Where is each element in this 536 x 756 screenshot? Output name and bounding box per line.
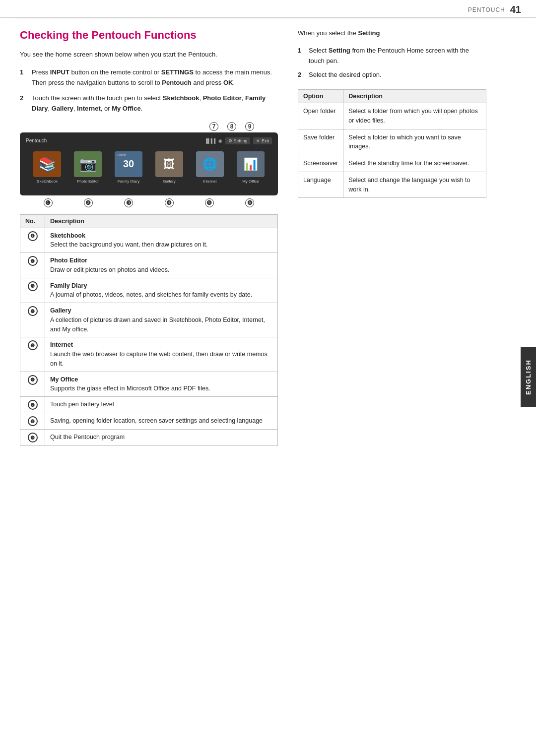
- callout-5: ❺: [205, 198, 214, 207]
- familydiary-label: Family Diary: [118, 179, 139, 184]
- setting-row-screensaver: Screensaver Select the standby time for …: [298, 155, 486, 172]
- setting-btn[interactable]: ⚙ Setting: [225, 137, 251, 144]
- battery-indicator: ▐▌▌▌ ◉: [204, 138, 222, 143]
- callout-1: ❶: [44, 198, 53, 207]
- right-intro: When you select the Setting: [298, 28, 486, 39]
- main-content: Checking the Pentouch Functions You see …: [0, 18, 536, 456]
- section-label: PENTOUCH: [468, 6, 505, 13]
- setting-row-openfolder: Open folder Select a folder from which y…: [298, 103, 486, 129]
- callout-3: ❸: [124, 198, 133, 207]
- photoeditor-icon-box: 📷: [74, 151, 102, 177]
- setting-step-2-text: Select the desired option.: [309, 70, 382, 80]
- screen-icon-sketchbook: 📚 Sketchbook: [33, 151, 61, 184]
- table-row: ❶ SketchbookSelect the background you wa…: [20, 228, 278, 253]
- row-num: ❸: [20, 278, 45, 303]
- row-num: ❷: [20, 253, 45, 278]
- left-steps-list: 1 Press INPUT button on the remote contr…: [20, 67, 278, 114]
- row-desc: Photo EditorDraw or edit pictures on pho…: [45, 253, 278, 278]
- table-row: ❷ Photo EditorDraw or edit pictures on p…: [20, 253, 278, 278]
- step-2: 2 Touch the screen with the touch pen to…: [20, 93, 278, 114]
- myoffice-icon-box: 📊: [237, 151, 265, 177]
- table-row: ❸ Family DiaryA journal of photos, video…: [20, 278, 278, 303]
- circle-6: ❻: [28, 375, 38, 385]
- calendar-day: 30: [123, 158, 134, 170]
- internet-label: Internet: [203, 179, 216, 184]
- setting-table: Option Description Open folder Select a …: [298, 89, 486, 198]
- photoeditor-label: Photo Editor: [77, 179, 99, 184]
- callout-2: ❷: [84, 198, 93, 207]
- internet-icon-box: 🌐: [196, 151, 224, 177]
- row-desc: Saving, opening folder location, screen …: [45, 413, 278, 430]
- sketchbook-icon-box: 📚: [33, 151, 61, 177]
- row-desc: InternetLaunch the web browser to captur…: [45, 337, 278, 372]
- circle-2: ❷: [28, 256, 38, 266]
- screen-controls: ▐▌▌▌ ◉ ⚙ Setting ✕ Exit: [204, 137, 272, 144]
- setting-col-desc: Description: [343, 90, 486, 103]
- screen-pentouch-label: Pentouch: [26, 138, 47, 143]
- table-row: ❻ My OfficeSupports the glass effect in …: [20, 372, 278, 397]
- setting-step-2: 2 Select the desired option.: [298, 70, 486, 80]
- circle-7: ❼: [28, 400, 38, 410]
- circle-9: ❾: [28, 433, 38, 442]
- setting-col-option: Option: [298, 90, 343, 103]
- row-desc: Family DiaryA journal of photos, videos,…: [45, 278, 278, 303]
- table-row: ❽ Saving, opening folder location, scree…: [20, 413, 278, 430]
- setting-row-language: Language Select and change the language …: [298, 172, 486, 198]
- callouts-top: 7 8 9: [20, 122, 278, 131]
- col-no: No.: [20, 214, 45, 228]
- screen-icon-photoeditor: 📷 Photo Editor: [74, 151, 102, 184]
- exit-btn[interactable]: ✕ Exit: [253, 137, 272, 144]
- table-row: ❺ InternetLaunch the web browser to capt…: [20, 337, 278, 372]
- setting-step-1: 1 Select Setting from the Pentouch Home …: [298, 46, 486, 66]
- callouts-bottom: ❶ ❷ ❸ ❹ ❺ ❻: [20, 198, 278, 207]
- row-desc: SketchbookSelect the background you want…: [45, 228, 278, 253]
- gallery-label: Gallery: [163, 179, 175, 184]
- screen-icon-familydiary: Calen. 30 Family Diary: [115, 151, 142, 184]
- step-1-num: 1: [20, 67, 27, 88]
- desc-openfolder: Select a folder from which you will open…: [343, 103, 486, 129]
- screen-container: Pentouch ▐▌▌▌ ◉ ⚙ Setting ✕ Exit 📚: [20, 132, 278, 195]
- setting-row-savefolder: Save folder Select a folder to which you…: [298, 129, 486, 155]
- callout-8: 8: [227, 122, 236, 131]
- table-row: ❹ GalleryA collection of pictures drawn …: [20, 303, 278, 337]
- gallery-icon-box: 🖼: [155, 151, 183, 177]
- setting-step-2-num: 2: [298, 70, 305, 80]
- circle-3: ❸: [28, 281, 38, 291]
- row-num: ❽: [20, 413, 45, 430]
- circle-1: ❶: [28, 231, 38, 241]
- section-title: Checking the Pentouch Functions: [20, 28, 278, 43]
- familydiary-icon-box: Calen. 30: [115, 151, 142, 177]
- desc-language: Select and change the language you wish …: [343, 172, 486, 198]
- callout-4: ❹: [165, 198, 174, 207]
- setting-step-1-text: Select Setting from the Pentouch Home sc…: [309, 46, 486, 66]
- screen-icon-myoffice: 📊 My Office: [237, 151, 265, 184]
- step-1-text: Press INPUT button on the remote control…: [32, 67, 278, 88]
- table-row: ❾ Quit the Pentouch program: [20, 430, 278, 446]
- col-desc: Description: [45, 214, 278, 228]
- screen-icon-gallery: 🖼 Gallery: [155, 151, 183, 184]
- row-num: ❶: [20, 228, 45, 253]
- circle-5: ❺: [28, 340, 38, 350]
- option-language: Language: [298, 172, 343, 198]
- screen-top-bar: Pentouch ▐▌▌▌ ◉ ⚙ Setting ✕ Exit: [26, 137, 272, 144]
- row-desc: Quit the Pentouch program: [45, 430, 278, 446]
- setting-bold: Setting: [358, 29, 380, 37]
- sketchbook-label: Sketchbook: [37, 179, 58, 184]
- circle-4: ❹: [28, 306, 38, 316]
- row-num: ❺: [20, 337, 45, 372]
- option-screensaver: Screensaver: [298, 155, 343, 172]
- setting-step-1-num: 1: [298, 46, 305, 66]
- step-1: 1 Press INPUT button on the remote contr…: [20, 67, 278, 88]
- row-num: ❾: [20, 430, 45, 446]
- row-desc: Touch pen battery level: [45, 397, 278, 413]
- circle-8: ❽: [28, 416, 38, 426]
- side-english-label: ENGLISH: [521, 347, 536, 407]
- desc-savefolder: Select a folder to which you want to sav…: [343, 129, 486, 155]
- row-desc: GalleryA collection of pictures drawn an…: [45, 303, 278, 337]
- page-header: PENTOUCH 41: [0, 0, 536, 18]
- desc-screensaver: Select the standby time for the screensa…: [343, 155, 486, 172]
- callout-6: ❻: [245, 198, 254, 207]
- option-openfolder: Open folder: [298, 103, 343, 129]
- right-column: When you select the Setting 1 Select Set…: [298, 28, 486, 446]
- setting-steps: 1 Select Setting from the Pentouch Home …: [298, 46, 486, 80]
